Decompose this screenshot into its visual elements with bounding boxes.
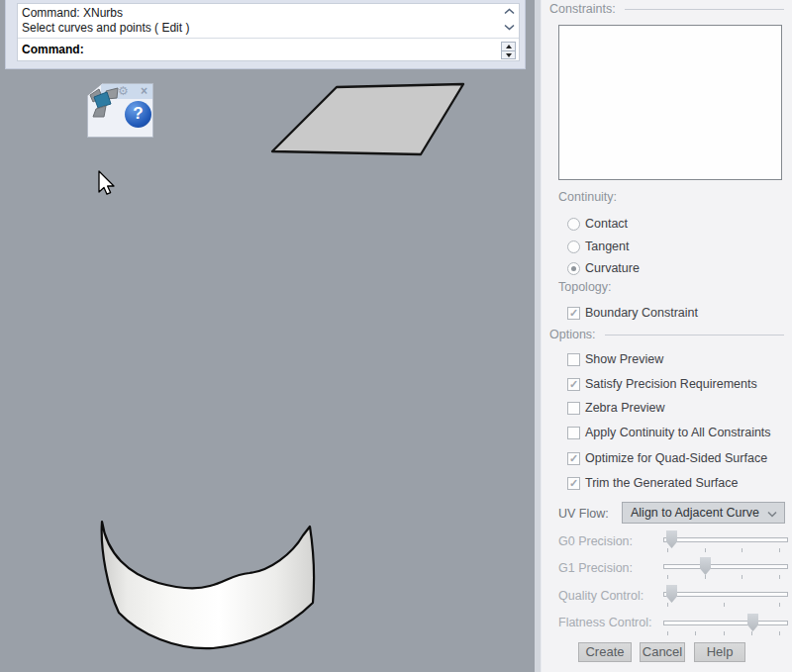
radio-icon[interactable] [567,262,580,275]
command-input[interactable]: Command: [18,38,519,60]
radio-icon[interactable] [567,218,580,231]
uv-flow-label: UV Flow: [558,507,609,521]
slider-ticks [667,575,780,580]
chevron-down-icon [767,511,777,518]
radio-contact[interactable]: Contact [567,216,628,232]
checkbox-zebra-preview[interactable]: ✓ Zebra Preview [567,400,665,416]
group-divider [625,9,784,10]
uv-flow-value: Align to Adjacent Curve [631,506,759,520]
chevron-up-icon[interactable] [504,8,515,15]
checkbox-label: Show Preview [585,352,663,366]
checkbox-label: Zebra Preview [585,401,665,415]
checkbox-icon[interactable]: ✓ [567,378,580,391]
radio-tangent[interactable]: Tangent [567,239,629,254]
constraints-label: Constraints: [549,2,616,16]
checkbox-icon[interactable]: ✓ [567,353,580,366]
create-button[interactable]: Create [578,642,632,662]
xnurbs-panel: Constraints: Continuity: Contact Tangent… [541,0,792,672]
constraints-listbox[interactable] [558,25,782,180]
close-icon[interactable]: × [141,84,148,98]
options-group-header: Options: [549,328,784,341]
checkbox-icon[interactable]: ✓ [567,307,580,320]
flatness-control-slider[interactable] [663,621,788,625]
quality-control-slider[interactable] [663,592,788,597]
g1-precision-label: G1 Precision: [558,561,633,575]
command-history-box[interactable]: Command: XNurbs Select curves and points… [17,3,520,61]
slider-thumb[interactable] [700,557,711,575]
help-icon[interactable]: ? [125,101,151,128]
app-window: ⚙ × ? Command: XNurbs Select curves and … [0,0,792,672]
slider-ticks [667,603,780,608]
command-panel: Command: XNurbs Select curves and points… [5,0,526,69]
radio-icon[interactable] [567,240,580,253]
group-divider [605,335,784,336]
slider-ticks [667,631,780,636]
checkbox-icon[interactable]: ✓ [567,477,580,490]
curved-surface[interactable] [102,522,314,648]
checkbox-icon[interactable]: ✓ [567,452,580,465]
flatness-control-label: Flatness Control: [558,616,651,629]
g0-precision-label: G0 Precision: [558,534,633,548]
checkbox-label: Boundary Constraint [585,306,698,320]
slider-thumb[interactable] [666,530,677,548]
quality-control-label: Quality Control: [558,589,644,603]
history-scrollbar[interactable] [502,6,516,36]
checkbox-optimize-quad[interactable]: ✓ Optimize for Quad-Sided Surface [567,450,767,466]
help-button[interactable]: Help [694,642,745,662]
command-spinner[interactable] [501,42,516,59]
command-history-line: Command: XNurbs [18,4,519,21]
options-label: Options: [549,328,596,341]
planar-surface[interactable] [272,84,463,154]
checkbox-satisfy-precision[interactable]: ✓ Satisfy Precision Requirements [567,376,757,392]
checkbox-label: Apply Continuity to All Constraints [585,426,771,439]
continuity-label: Continuity: [558,190,617,204]
cancel-button[interactable]: Cancel [640,642,685,662]
uv-flow-dropdown[interactable]: Align to Adjacent Curve [622,502,785,524]
g0-precision-slider[interactable] [663,537,788,542]
checkbox-boundary-constraint[interactable]: ✓ Boundary Constraint [567,305,698,321]
xnurbs-toolbar-popup: ⚙ × ? [87,83,153,138]
checkbox-show-preview[interactable]: ✓ Show Preview [567,351,663,367]
radio-curvature[interactable]: Curvature [567,260,640,276]
command-history-line: Select curves and points ( Edit ) [18,21,519,36]
command-prompt-label: Command: [22,43,84,56]
mouse-cursor [99,171,114,194]
constraints-group-header: Constraints: [549,2,784,16]
chevron-down-icon[interactable] [504,24,515,31]
checkbox-icon[interactable]: ✓ [567,427,580,439]
checkbox-trim-surface[interactable]: ✓ Trim the Generated Surface [567,475,738,491]
viewport-3d[interactable]: ⚙ × ? [0,0,535,672]
radio-label: Curvature [585,261,640,275]
radio-label: Tangent [585,240,629,253]
checkbox-icon[interactable]: ✓ [567,402,580,415]
checkbox-apply-continuity-all[interactable]: ✓ Apply Continuity to All Constraints [567,425,771,440]
slider-thumb[interactable] [747,614,758,631]
slider-thumb[interactable] [666,585,677,603]
spinner-up-icon[interactable] [502,43,515,50]
checkbox-label: Satisfy Precision Requirements [585,377,757,391]
g1-precision-slider[interactable] [663,564,788,569]
checkbox-label: Optimize for Quad-Sided Surface [585,451,767,465]
slider-ticks [667,548,780,553]
radio-label: Contact [585,217,628,231]
topology-label: Topology: [558,280,612,294]
viewport-geometry [0,0,535,672]
spinner-down-icon[interactable] [502,50,515,58]
checkbox-label: Trim the Generated Surface [585,476,738,490]
